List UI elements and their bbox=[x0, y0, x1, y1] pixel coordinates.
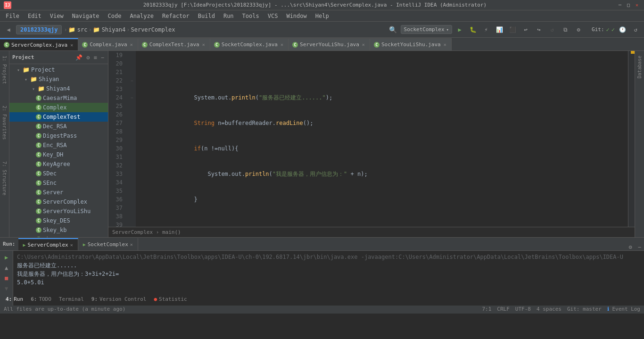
tree-item-digestpass[interactable]: C DigestPass bbox=[9, 131, 108, 141]
tree-item-sdec[interactable]: C SDec bbox=[9, 169, 108, 178]
tree-item-complex[interactable]: C Complex bbox=[9, 103, 108, 112]
status-line-ending[interactable]: CRLF bbox=[497, 306, 510, 312]
tab-complex-close[interactable]: ✕ bbox=[129, 41, 134, 48]
tree-item-serveryoulishu[interactable]: C ServerYouLiShu bbox=[9, 207, 108, 216]
menu-refactor[interactable]: Refactor bbox=[158, 12, 193, 20]
left-tab-structure[interactable]: 7: Structure bbox=[1, 158, 8, 198]
tab-socketcomplex[interactable]: C SocketComplex.java ✕ bbox=[210, 38, 289, 50]
menu-vcs[interactable]: VCS bbox=[264, 12, 282, 20]
profile-btn[interactable]: 📊 bbox=[494, 24, 505, 35]
menu-view[interactable]: View bbox=[46, 12, 67, 20]
menu-window[interactable]: Window bbox=[282, 12, 310, 20]
bottom-tab-run[interactable]: 4: Run bbox=[2, 295, 27, 304]
fold-icon-22[interactable]: − bbox=[128, 76, 136, 85]
menu-edit[interactable]: Edit bbox=[24, 12, 45, 20]
debug-btn[interactable]: 🐛 bbox=[467, 24, 479, 35]
code-content[interactable]: 19 20 21 22 23 24 25 26 27 28 29 30 31 3… bbox=[108, 51, 635, 227]
left-tab-project[interactable]: 1: Project bbox=[1, 53, 8, 87]
search-everywhere-btn[interactable]: 🔍 bbox=[388, 24, 399, 35]
tab-socketyoulishu[interactable]: C SocketYouLiShu.java ✕ bbox=[370, 38, 452, 50]
menu-code[interactable]: Code bbox=[104, 12, 125, 20]
breadcrumb-src[interactable]: src bbox=[77, 26, 88, 33]
run-config-dropdown[interactable]: SocketComplex ▾ bbox=[401, 25, 453, 34]
undo-btn[interactable]: ↺ bbox=[546, 24, 558, 35]
tree-item-shiyan4[interactable]: ▾ 📁 Shiyan4 bbox=[9, 84, 108, 93]
menu-file[interactable]: File bbox=[2, 12, 23, 20]
tab-socketyoulishu-close[interactable]: ✕ bbox=[443, 41, 447, 48]
tab-servercomplex-close[interactable]: ✕ bbox=[69, 42, 74, 48]
bottom-tab-statistic[interactable]: ● Statistic bbox=[150, 295, 190, 304]
git-history-btn[interactable]: 🕐 bbox=[617, 24, 628, 35]
editor-scrollbar[interactable] bbox=[628, 51, 635, 227]
sidebar-settings-icon[interactable]: ⚙ bbox=[85, 53, 91, 62]
menu-build[interactable]: Build bbox=[194, 12, 219, 20]
sidebar-minimize-icon[interactable]: − bbox=[100, 53, 105, 62]
stop-btn[interactable]: ⬛ bbox=[507, 24, 518, 35]
tree-item-complextest[interactable]: C ComplexTest bbox=[9, 112, 108, 122]
right-tab-database[interactable]: Database bbox=[636, 53, 643, 81]
run-stop-btn[interactable]: ■ bbox=[2, 273, 11, 283]
run-settings-btn[interactable]: ⚙ bbox=[626, 244, 635, 250]
back-history-btn[interactable]: ↩ bbox=[520, 24, 531, 35]
sidebar-gear-icon[interactable]: ≡ bbox=[93, 53, 98, 62]
tree-item-shiyan[interactable]: ▾ 📁 Shiyan bbox=[9, 74, 108, 84]
tab-serveryoulishu-close[interactable]: ✕ bbox=[361, 41, 366, 48]
fold-icon-24[interactable]: − bbox=[128, 93, 136, 102]
tab-socketcomplex-label: SocketComplex.java bbox=[222, 41, 278, 48]
menu-navigate[interactable]: Navigate bbox=[68, 12, 103, 20]
run-coverage-btn[interactable]: ⚡ bbox=[480, 24, 492, 35]
project-name-btn[interactable]: 20182333qjy bbox=[16, 25, 62, 34]
tree-item-servercomplex[interactable]: C ServerComplex bbox=[9, 197, 108, 207]
split-btn[interactable]: ⧉ bbox=[560, 24, 571, 35]
bottom-tab-terminal[interactable]: Terminal bbox=[55, 295, 88, 304]
tree-item-senc[interactable]: C SEnc bbox=[9, 178, 108, 188]
run-tab-socketcomplex-close[interactable]: ✕ bbox=[130, 242, 133, 247]
run-play-btn[interactable]: ▶ bbox=[2, 253, 11, 262]
run-minimize-btn[interactable]: − bbox=[635, 244, 644, 250]
tree-item-skey-des[interactable]: C Skey_DES bbox=[9, 216, 108, 225]
tree-item-key-dh[interactable]: C Key_DH bbox=[9, 150, 108, 159]
status-indent[interactable]: 4 spaces bbox=[537, 306, 561, 312]
tree-item-caesarmima[interactable]: C CaesarMima bbox=[9, 93, 108, 103]
bottom-tab-version-control[interactable]: 9: Version Control bbox=[88, 295, 150, 304]
menu-tools[interactable]: Tools bbox=[239, 12, 263, 20]
tree-item-dec-rsa[interactable]: C Dec_RSA bbox=[9, 122, 108, 131]
run-tab-servercomplex[interactable]: ▶ ServerComplex ✕ bbox=[18, 238, 78, 250]
bottom-tab-todo[interactable]: 6: TODO bbox=[27, 295, 55, 304]
tree-item-keyagree[interactable]: C KeyAgree bbox=[9, 159, 108, 169]
tab-servercomplex[interactable]: C ServerComplex.java ✕ bbox=[0, 38, 78, 50]
menu-run[interactable]: Run bbox=[220, 12, 238, 20]
run-scroll-up-btn[interactable]: ▲ bbox=[2, 263, 11, 273]
run-scroll-down-btn[interactable]: ▼ bbox=[2, 284, 11, 293]
tab-complex[interactable]: C Complex.java ✕ bbox=[78, 38, 138, 50]
tree-item-skey-rsa[interactable]: C Skey_RSA bbox=[9, 235, 108, 237]
back-nav-btn[interactable]: ◀ bbox=[3, 24, 14, 35]
fwd-history-btn[interactable]: ↪ bbox=[533, 24, 545, 35]
left-tab-favorites[interactable]: 2: Favorites bbox=[1, 103, 8, 142]
close-btn[interactable]: ✕ bbox=[634, 2, 640, 8]
tab-complextest[interactable]: C ComplexTest.java ✕ bbox=[138, 38, 210, 50]
tree-item-skey-kb[interactable]: C Skey_kb bbox=[9, 225, 108, 235]
status-encoding[interactable]: UTF-8 bbox=[515, 306, 531, 312]
run-btn[interactable]: ▶ bbox=[454, 24, 465, 35]
sidebar-pin-icon[interactable]: 📌 bbox=[74, 53, 83, 62]
minimize-btn[interactable]: ─ bbox=[617, 2, 623, 8]
run-tab-socketcomplex[interactable]: ▶ SocketComplex ✕ bbox=[78, 238, 138, 250]
tree-item-server[interactable]: C Server bbox=[9, 188, 108, 197]
menu-analyze[interactable]: Analyze bbox=[126, 12, 157, 20]
menu-help[interactable]: Help bbox=[312, 12, 333, 20]
tree-item-project[interactable]: ▾ 📁 Project bbox=[9, 65, 108, 74]
tab-socketcomplex-close[interactable]: ✕ bbox=[280, 41, 284, 48]
breadcrumb-shiyan4[interactable]: Shiyan4 bbox=[102, 26, 126, 33]
git-rollback-btn[interactable]: ↺ bbox=[630, 24, 641, 35]
tab-complextest-close[interactable]: ✕ bbox=[201, 41, 206, 48]
code-editor[interactable]: System.out.println("服务器已经建立......"); Str… bbox=[136, 51, 628, 227]
settings-btn[interactable]: ⚙ bbox=[573, 24, 584, 35]
maximize-btn[interactable]: □ bbox=[625, 2, 632, 8]
status-position[interactable]: 7:1 bbox=[482, 306, 491, 312]
status-git[interactable]: Git: master bbox=[567, 306, 602, 312]
tree-item-enc-rsa[interactable]: C Enc_RSA bbox=[9, 141, 108, 150]
run-tab-servercomplex-close[interactable]: ✕ bbox=[70, 242, 73, 248]
status-event-log[interactable]: ℹ Event Log bbox=[607, 306, 640, 312]
tab-serveryoulishu[interactable]: C ServerYouLiShu.java ✕ bbox=[289, 38, 370, 50]
